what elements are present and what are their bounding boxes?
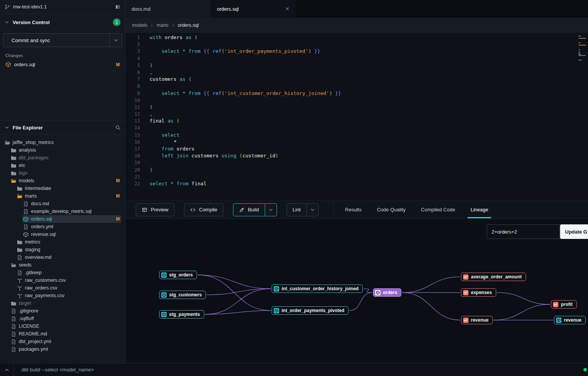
lineage-node-stg-orders[interactable]: stg_orders: [159, 271, 197, 279]
model-cube-icon: [5, 62, 11, 67]
chevron-down-icon: [310, 208, 315, 212]
lineage-node-int-customer-order-history-joined[interactable]: int_customer_order_history_joined: [272, 284, 363, 293]
compile-button[interactable]: Compile: [184, 203, 223, 216]
chevron-right-icon: [171, 23, 175, 27]
metric-icon: [463, 317, 469, 323]
tree-item-revenue-sql[interactable]: revenue.sql: [0, 231, 125, 238]
chevron-down-icon[interactable]: [5, 125, 9, 130]
tree-item-label: packages.yml: [19, 347, 48, 352]
code-line: 19: [125, 159, 588, 166]
tab-docs-md[interactable]: docs.md: [125, 0, 211, 18]
tab-code-quality[interactable]: Code Quality: [377, 201, 406, 218]
tree-item-label: LICENSE: [19, 324, 39, 329]
breadcrumb-item[interactable]: models: [132, 23, 147, 28]
line-number: 2: [125, 41, 140, 48]
code-line: 9 select * from {{ ref('int_customer_ord…: [125, 90, 588, 97]
tree-item-readme-md[interactable]: README.md: [0, 330, 125, 338]
commit-and-sync-button[interactable]: Commit and sync: [3, 33, 122, 47]
file-explorer-header: File Explorer: [0, 120, 125, 135]
code-line: 18 left join customers using (customer_i…: [125, 152, 588, 159]
close-icon[interactable]: [285, 7, 290, 11]
lint-options-chevron[interactable]: [306, 203, 319, 216]
lineage-selector-input[interactable]: [487, 224, 560, 239]
lineage-node-average-order-amount[interactable]: average_order_amount: [461, 273, 526, 281]
line-number: 1: [125, 34, 140, 41]
build-button[interactable]: Build: [233, 203, 265, 216]
folder-icon: [11, 170, 16, 176]
node-label: int_order_payments_pivoted: [282, 308, 344, 313]
tree-item-label: staging: [25, 247, 40, 252]
code-icon: [190, 207, 195, 213]
tree-item-example-develop-metric-sql[interactable]: example_develop_metric.sql: [0, 208, 125, 215]
tab-compiled-code[interactable]: Compiled Code: [421, 201, 455, 218]
lineage-node-revenue-model[interactable]: revenue: [554, 316, 586, 324]
tree-item-jaffle-shop-metrics[interactable]: jaffle_shop_metrics: [0, 139, 125, 146]
code-line: 6,: [125, 69, 588, 76]
build-options-chevron[interactable]: [265, 203, 277, 216]
breadcrumb-item[interactable]: orders.sql: [178, 23, 199, 28]
search-icon[interactable]: [115, 125, 121, 130]
folder-open-icon: [11, 262, 16, 268]
tree-item-metrics[interactable]: metrics: [0, 238, 125, 246]
dbt-ide-window: mw-test-idev1.1 Version Control 1 Commit…: [0, 0, 588, 376]
lineage-node-profit[interactable]: profit: [551, 300, 577, 309]
tree-item-etc[interactable]: etc: [0, 162, 125, 169]
modified-badge: M: [116, 178, 120, 183]
tree-item-seeds[interactable]: seeds: [0, 261, 125, 269]
breadcrumb-item[interactable]: marts: [156, 23, 168, 28]
folder-icon: [11, 301, 16, 306]
line-number: 14: [125, 124, 140, 131]
tree-item-analysis[interactable]: analysis: [0, 146, 125, 154]
tab-orders-sql[interactable]: orders.sql: [211, 0, 296, 18]
tree-item-models[interactable]: modelsM: [0, 177, 125, 185]
compile-label: Compile: [199, 207, 217, 213]
tree-item-raw-customers-csv[interactable]: raw_customers.csv: [0, 276, 125, 284]
tree-item-docs-md[interactable]: docs.md: [0, 200, 125, 208]
update-graph-button[interactable]: Update G: [560, 224, 588, 239]
tree-item-raw-orders-csv[interactable]: raw_orders.csv: [0, 284, 125, 292]
tree-item-gitignore[interactable]: .gitignore: [0, 307, 125, 315]
tree-item-label: dbt_packages: [19, 155, 49, 160]
tab-lineage[interactable]: Lineage: [471, 201, 488, 218]
tab-label: orders.sql: [217, 6, 239, 12]
chevron-down-icon[interactable]: [5, 20, 9, 25]
tree-item-raw-payments-csv[interactable]: raw_payments.csv: [0, 292, 125, 299]
commit-options-chevron[interactable]: [109, 34, 122, 47]
tree-item-dbt-project-yml[interactable]: dbt_project.yml: [0, 338, 125, 345]
panel-toggle-icon[interactable]: [115, 4, 121, 10]
lint-button[interactable]: Lint: [287, 203, 307, 216]
tree-item-target[interactable]: target: [0, 299, 125, 307]
tree-item-staging[interactable]: staging: [0, 246, 125, 253]
tree-item-license[interactable]: LICENSE: [0, 322, 125, 330]
tree-item-sqlfluff[interactable]: .sqlfluff: [0, 315, 125, 322]
code-editor[interactable]: 1with orders as (23 select * from {{ ref…: [125, 33, 588, 201]
lineage-node-stg-payments[interactable]: stg_payments: [159, 310, 204, 319]
line-number: 8: [125, 83, 140, 90]
code-line: 20): [125, 167, 588, 173]
lineage-node-orders[interactable]: orders: [373, 288, 401, 297]
tree-item-packages-yml[interactable]: packages.yml: [0, 345, 125, 353]
lineage-node-stg-customers[interactable]: stg_customers: [159, 291, 206, 299]
lineage-node-revenue-metric[interactable]: revenue: [461, 316, 493, 324]
line-number: 9: [125, 90, 140, 97]
tree-item-marts[interactable]: martsM: [0, 192, 125, 200]
chevron-up-icon[interactable]: [4, 367, 10, 373]
line-number: 12: [125, 111, 140, 118]
minimap[interactable]: [578, 36, 587, 61]
tab-results[interactable]: Results: [345, 201, 362, 218]
tree-item-gitkeep[interactable]: .gitkeep: [0, 269, 125, 276]
tree-item-label: models: [19, 178, 34, 183]
changed-file-item[interactable]: orders.sql M: [5, 62, 120, 67]
tree-item-overview-md[interactable]: overview.md: [0, 253, 125, 261]
tree-item-orders-yml[interactable]: orders.yml: [0, 223, 125, 231]
tree-item-dbt-packages[interactable]: dbt_packages: [0, 154, 125, 162]
tree-item-orders-sql[interactable]: orders.sqlM: [0, 215, 125, 223]
tree-item-intermediate[interactable]: intermediate: [0, 185, 125, 192]
lineage-node-int-order-payments-pivoted[interactable]: int_order_payments_pivoted: [272, 306, 349, 315]
preview-button[interactable]: Preview: [136, 203, 174, 216]
lineage-node-expenses[interactable]: expenses: [461, 288, 496, 297]
tree-item-logs[interactable]: logs: [0, 169, 125, 177]
command-input[interactable]: [13, 363, 581, 376]
folder-icon: [17, 186, 23, 191]
tree-item-label: target: [19, 301, 31, 306]
